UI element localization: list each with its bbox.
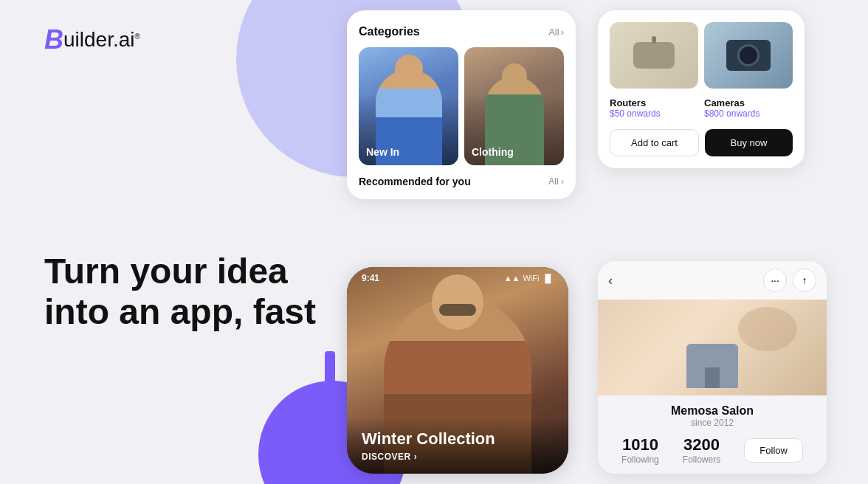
salon-following-stat: 1010 Following bbox=[621, 435, 659, 465]
camera-image bbox=[704, 22, 793, 89]
salon-building-icon bbox=[686, 344, 738, 388]
arrow-right-icon: › bbox=[414, 452, 418, 462]
salon-header: ‹ ··· ↑ bbox=[598, 261, 827, 300]
following-label: Following bbox=[621, 454, 659, 465]
camera-name: Cameras bbox=[704, 97, 793, 108]
phone-time: 9:41 bbox=[362, 273, 379, 283]
battery-icon: ▐▌ bbox=[542, 274, 554, 283]
buy-now-button[interactable]: Buy now bbox=[705, 129, 793, 156]
camera-price: $800 onwards bbox=[704, 108, 793, 119]
winter-collection-title: Winter Collection bbox=[362, 429, 554, 449]
logo-b-icon: B bbox=[44, 27, 63, 53]
router-name: Routers bbox=[610, 97, 698, 108]
category-clothing[interactable]: Clothing bbox=[464, 47, 564, 165]
salon-followers-stat: 3200 Followers bbox=[683, 435, 720, 465]
wifi-icon: WiFi bbox=[523, 274, 539, 283]
logo: B uilder.ai® bbox=[44, 27, 140, 53]
purple-accent-bar-1 bbox=[325, 351, 335, 440]
router-info: Routers $50 onwards bbox=[610, 97, 698, 119]
product-images-grid bbox=[610, 22, 793, 89]
camera-icon bbox=[726, 40, 771, 71]
categories-all-link[interactable]: All › bbox=[548, 27, 564, 38]
more-options-button[interactable]: ··· bbox=[763, 269, 787, 292]
add-to-cart-button[interactable]: Add to cart bbox=[610, 129, 699, 156]
back-button[interactable]: ‹ bbox=[608, 273, 613, 288]
categories-title: Categories bbox=[359, 25, 420, 38]
followers-count: 3200 bbox=[683, 435, 720, 454]
winter-overlay: Winter Collection DISCOVER › bbox=[347, 418, 568, 474]
category-new-in[interactable]: New In bbox=[359, 47, 458, 165]
hero-heading: Turn your idea into an app, fast bbox=[44, 251, 316, 332]
salon-info-section: Memosa Salon since 2012 1010 Following 3… bbox=[598, 395, 827, 474]
router-price: $50 onwards bbox=[610, 108, 698, 119]
chevron-right-icon: › bbox=[561, 27, 564, 38]
share-button[interactable]: ↑ bbox=[793, 269, 816, 292]
hero-section: Turn your idea into an app, fast bbox=[44, 251, 316, 332]
salon-since: since 2012 bbox=[610, 418, 815, 428]
salon-stats: 1010 Following 3200 Followers Follow bbox=[610, 435, 815, 465]
product-info-grid: Routers $50 onwards Cameras $800 onwards bbox=[610, 97, 793, 119]
purple-accent-bar-2 bbox=[334, 425, 345, 484]
follow-button[interactable]: Follow bbox=[744, 438, 803, 463]
recommended-all-link[interactable]: All › bbox=[548, 176, 564, 187]
salon-name: Memosa Salon bbox=[610, 404, 815, 418]
followers-label: Followers bbox=[683, 454, 720, 465]
following-count: 1010 bbox=[621, 435, 659, 454]
phone-status-icons: ▲▲ WiFi ▐▌ bbox=[504, 274, 554, 283]
winter-discover-link[interactable]: DISCOVER › bbox=[362, 452, 554, 462]
recommended-title: Recommended for you bbox=[359, 176, 471, 187]
camera-info: Cameras $800 onwards bbox=[704, 97, 793, 119]
winter-collection-card: 9:41 ▲▲ WiFi ▐▌ Winter Collection DISCOV… bbox=[347, 267, 568, 474]
recommended-header: Recommended for you All › bbox=[359, 176, 564, 187]
product-card: Routers $50 onwards Cameras $800 onwards… bbox=[598, 10, 805, 168]
salon-hero-image bbox=[598, 300, 827, 395]
router-icon bbox=[633, 42, 675, 69]
product-actions: Add to cart Buy now bbox=[610, 129, 793, 156]
category-new-in-label: New In bbox=[366, 146, 399, 158]
shopping-app-card: Categories All › New In Clothing Recomme… bbox=[347, 10, 576, 199]
logo-text: uilder.ai® bbox=[63, 30, 140, 50]
router-image bbox=[610, 22, 698, 89]
salon-card: ‹ ··· ↑ Memosa Salon since 2012 1010 Fol… bbox=[598, 261, 827, 474]
salon-action-buttons: ··· ↑ bbox=[763, 269, 816, 292]
phone-status-bar: 9:41 ▲▲ WiFi ▐▌ bbox=[347, 267, 568, 286]
winter-bg: Winter Collection DISCOVER › bbox=[347, 267, 568, 474]
category-clothing-label: Clothing bbox=[472, 146, 514, 158]
signal-icon: ▲▲ bbox=[504, 274, 520, 283]
categories-grid: New In Clothing bbox=[359, 47, 564, 165]
categories-header: Categories All › bbox=[359, 25, 564, 38]
